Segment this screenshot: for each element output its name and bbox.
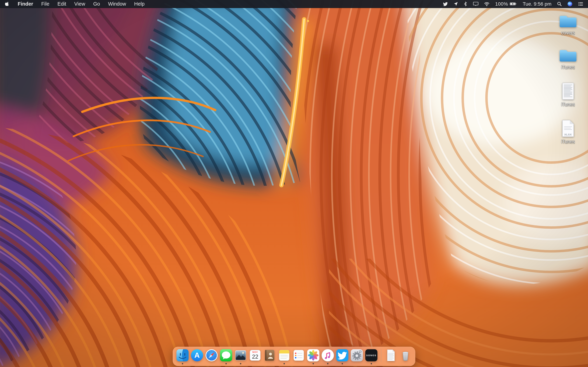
menu-window[interactable]: Window — [108, 1, 126, 7]
dock-item-system-preferences[interactable] — [350, 349, 363, 362]
system-preferences-icon — [350, 349, 363, 362]
dock-item-calendar[interactable]: NOV 22 — [249, 349, 262, 362]
app-menu-finder[interactable]: Finder — [18, 1, 33, 7]
dock-item-sonos[interactable]: SONOS — [365, 349, 378, 362]
finder-icon — [176, 349, 189, 362]
desktop-background[interactable] — [0, 0, 588, 367]
reminders-icon — [292, 349, 305, 362]
folder-icon — [559, 48, 578, 63]
menu-extra-location[interactable] — [454, 2, 458, 6]
app-store-icon: A — [190, 349, 204, 362]
menu-go[interactable]: Go — [93, 1, 100, 7]
menu-extra-airplay[interactable] — [473, 1, 478, 6]
xlsx-badge: XLSX — [564, 133, 572, 136]
dock-item-itunes[interactable] — [321, 349, 334, 362]
dock-separator — [381, 349, 381, 362]
running-indicator — [342, 363, 343, 364]
folder-icon — [559, 14, 578, 28]
notes-icon — [278, 349, 291, 362]
bluetooth-icon — [464, 1, 467, 7]
spotlight-button[interactable] — [557, 1, 562, 6]
menu-clock[interactable]: Tue. 9:56 pm — [523, 1, 551, 7]
dock-item-notes[interactable] — [278, 349, 291, 362]
wifi-icon — [484, 1, 490, 7]
menu-help[interactable]: Help — [134, 1, 145, 7]
airplay-display-icon — [473, 1, 478, 6]
dock-item-reminders[interactable] — [292, 349, 305, 362]
dock-item-safari[interactable] — [205, 349, 218, 362]
location-arrow-icon — [454, 2, 458, 6]
apple-menu[interactable] — [5, 1, 10, 7]
messages-icon — [220, 349, 233, 362]
battery-percent: 100% — [495, 1, 508, 7]
documents-stack-icon — [384, 349, 398, 362]
notification-center-button[interactable] — [578, 2, 583, 6]
dock-item-messages[interactable] — [220, 349, 233, 362]
battery-charging-icon — [510, 2, 517, 6]
menu-edit[interactable]: Edit — [57, 1, 66, 7]
desktop-icon-label: iTunes — [561, 65, 575, 70]
desktop-icon-label: covers — [561, 30, 575, 36]
battery-status[interactable]: 100% — [495, 1, 517, 7]
svg-text:A: A — [194, 351, 200, 359]
desktop-icon-grid: covers iTunes iTunes — [553, 14, 583, 144]
calendar-icon: NOV 22 — [249, 349, 262, 362]
spreadsheet-file-icon: XLSX — [561, 120, 575, 137]
itunes-icon — [321, 349, 334, 362]
running-indicator — [182, 363, 183, 364]
running-indicator — [240, 363, 241, 364]
menu-view[interactable]: View — [74, 1, 85, 7]
notification-center-icon — [578, 2, 583, 6]
desktop-icon-label: iTunes — [561, 102, 575, 107]
desktop-icon-covers[interactable]: covers — [553, 14, 583, 36]
menu-bar-status: 100% Tue. 9:56 pm — [443, 1, 583, 7]
search-icon — [557, 1, 562, 6]
calendar-month: NOV — [252, 351, 258, 353]
dock-item-finder[interactable] — [176, 349, 189, 362]
twitter-bird-icon — [443, 2, 448, 6]
desktop: Finder File Edit View Go Window Help — [0, 0, 588, 367]
preview-icon — [234, 349, 247, 362]
siri-icon — [567, 1, 572, 7]
desktop-icon-itunes-folder[interactable]: iTunes — [553, 48, 583, 70]
running-indicator — [225, 363, 227, 364]
menu-extra-wifi[interactable] — [484, 1, 490, 7]
contacts-icon — [263, 349, 276, 362]
sonos-label: SONOS — [366, 354, 377, 357]
calendar-day: 22 — [252, 354, 258, 360]
twitter-icon — [336, 349, 349, 362]
dock-item-photos[interactable] — [307, 349, 320, 362]
dock-item-twitter[interactable] — [336, 349, 349, 362]
dock-item-trash[interactable] — [399, 349, 412, 362]
menu-file[interactable]: File — [41, 1, 50, 7]
running-indicator — [284, 363, 285, 364]
safari-icon — [205, 349, 218, 362]
menu-bar-menus: Finder File Edit View Go Window Help — [5, 1, 145, 7]
running-indicator — [371, 363, 372, 364]
siri-button[interactable] — [567, 1, 572, 7]
menu-extra-bluetooth[interactable] — [464, 1, 467, 7]
document-icon — [561, 83, 575, 100]
dock-item-app-store[interactable]: A — [190, 349, 204, 362]
sonos-icon: SONOS — [365, 349, 378, 362]
desktop-icon-itunes-xlsx[interactable]: XLSX iTunes — [553, 120, 583, 144]
running-indicator — [312, 363, 314, 364]
dock-item-preview[interactable] — [234, 349, 247, 362]
menu-extra-twitter[interactable] — [443, 2, 448, 6]
apple-logo-icon — [5, 1, 10, 7]
dock: A — [173, 347, 415, 366]
photos-icon — [307, 349, 320, 362]
dock-item-documents[interactable] — [384, 349, 398, 362]
dock-item-contacts[interactable] — [263, 349, 276, 362]
desktop-icon-itunes-document[interactable]: iTunes — [553, 83, 583, 107]
trash-icon — [399, 349, 412, 362]
desktop-icon-label: iTunes — [561, 139, 575, 144]
running-indicator — [327, 363, 329, 364]
menu-bar: Finder File Edit View Go Window Help — [0, 0, 588, 8]
